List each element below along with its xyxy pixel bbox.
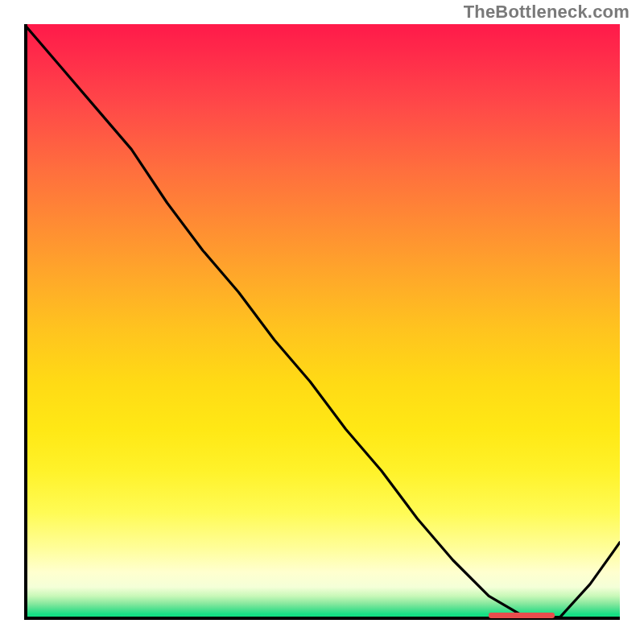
bottleneck-line <box>24 24 620 620</box>
y-axis <box>24 24 27 620</box>
chart-container: TheBottleneck.com <box>0 0 644 644</box>
optimal-zone-marker <box>489 613 554 618</box>
watermark-text: TheBottleneck.com <box>464 2 630 23</box>
plot-area <box>24 24 620 620</box>
